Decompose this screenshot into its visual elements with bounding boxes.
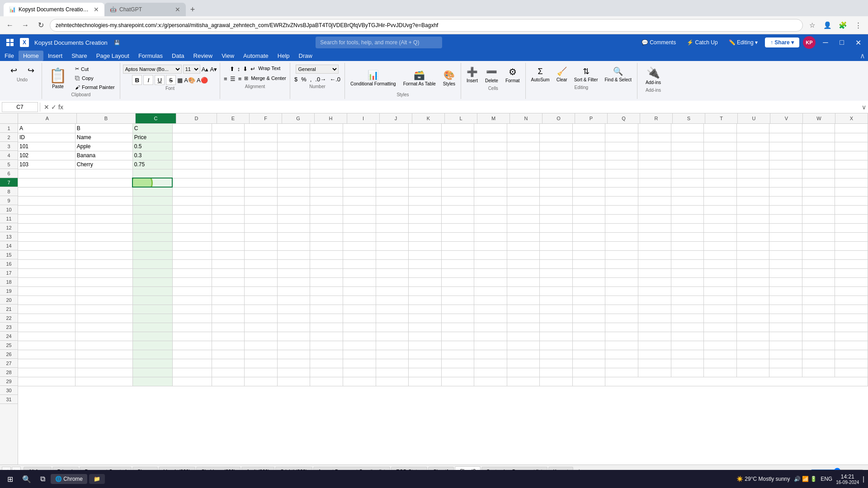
cell-B6[interactable]	[75, 169, 132, 178]
cell-O3[interactable]	[540, 142, 573, 151]
cell-T1[interactable]	[704, 124, 737, 133]
cell-Q5[interactable]	[605, 160, 638, 169]
browser-tab-excel[interactable]: 📊 Kopyst Documents Creation.xls... ✕	[4, 3, 104, 16]
cell-F5[interactable]	[245, 160, 278, 169]
cell-L1[interactable]	[441, 124, 474, 133]
cell-H4[interactable]	[310, 151, 343, 160]
cell-Q6[interactable]	[605, 169, 638, 178]
extensions-button[interactable]: 🧩	[836, 19, 849, 32]
row-header-17[interactable]: 17	[0, 268, 18, 277]
cell-O6[interactable]	[540, 169, 573, 178]
cell-P6[interactable]	[572, 169, 605, 178]
cell-A6[interactable]	[18, 169, 75, 178]
cell-N2[interactable]	[507, 133, 540, 142]
cell-I4[interactable]	[343, 151, 376, 160]
ribbon-collapse-button[interactable]: ∧	[860, 52, 865, 60]
cell-P4[interactable]	[572, 151, 605, 160]
cell-R5[interactable]	[638, 160, 671, 169]
formula-bar-expand[interactable]: ∨	[862, 103, 866, 111]
cell-G5[interactable]	[277, 160, 310, 169]
cell-A3[interactable]: 101	[18, 142, 75, 151]
cell-O5[interactable]	[540, 160, 573, 169]
refresh-button[interactable]: ↻	[34, 19, 47, 32]
cell-R4[interactable]	[638, 151, 671, 160]
cell-W2[interactable]	[802, 133, 835, 142]
row-header-31[interactable]: 31	[0, 395, 18, 404]
cell-O4[interactable]	[540, 151, 573, 160]
cell-C1[interactable]: C	[132, 124, 172, 133]
cell-B4[interactable]: Banana	[75, 151, 132, 160]
cell-reference-box[interactable]	[2, 102, 38, 112]
cell-A7[interactable]	[18, 178, 75, 187]
cell-O1[interactable]	[540, 124, 573, 133]
paste-button[interactable]: 📋 Paste	[45, 65, 71, 91]
windows-start-button[interactable]: ⊞	[4, 473, 17, 485]
apps-button[interactable]	[4, 36, 16, 49]
col-header-H[interactable]: H	[315, 113, 347, 123]
cell-B8[interactable]	[75, 187, 132, 196]
cell-F7[interactable]	[245, 178, 278, 187]
cell-H7[interactable]	[310, 178, 343, 187]
row-header-16[interactable]: 16	[0, 259, 18, 268]
menu-automate[interactable]: Automate	[239, 51, 273, 61]
search-taskbar-button[interactable]: 🔍	[19, 473, 35, 485]
cell-J2[interactable]	[376, 133, 409, 142]
cell-J6[interactable]	[376, 169, 409, 178]
row-header-4[interactable]: 4	[0, 151, 18, 160]
cell-V3[interactable]	[769, 142, 802, 151]
row-header-21[interactable]: 21	[0, 305, 18, 314]
cell-K2[interactable]	[409, 133, 442, 142]
cell-D1[interactable]	[172, 124, 212, 133]
cell-T3[interactable]	[704, 142, 737, 151]
cell-G4[interactable]	[277, 151, 310, 160]
row-header-25[interactable]: 25	[0, 341, 18, 350]
cell-T7[interactable]	[704, 178, 737, 187]
cell-P3[interactable]	[572, 142, 605, 151]
cell-P5[interactable]	[572, 160, 605, 169]
row-header-11[interactable]: 11	[0, 214, 18, 223]
menu-view[interactable]: View	[217, 51, 239, 61]
sort-filter-button[interactable]: ⇅ Sort & Filter	[571, 65, 601, 84]
task-view-button[interactable]: ⧉	[37, 473, 49, 485]
spreadsheet-grid[interactable]: A B C	[18, 124, 868, 386]
cell-A4[interactable]: 102	[18, 151, 75, 160]
cell-R6[interactable]	[638, 169, 671, 178]
cell-E6[interactable]	[212, 169, 245, 178]
cell-L2[interactable]	[441, 133, 474, 142]
cell-L5[interactable]	[441, 160, 474, 169]
row-header-3[interactable]: 3	[0, 142, 18, 151]
row-header-1[interactable]: 1	[0, 124, 18, 133]
cell-K6[interactable]	[409, 169, 442, 178]
cell-W1[interactable]	[802, 124, 835, 133]
menu-share[interactable]: Share	[67, 51, 92, 61]
cell-E5[interactable]	[212, 160, 245, 169]
cell-S1[interactable]	[671, 124, 704, 133]
number-format-select[interactable]: General	[296, 65, 339, 74]
col-header-F[interactable]: F	[250, 113, 282, 123]
row-header-10[interactable]: 10	[0, 205, 18, 214]
row-header-9[interactable]: 9	[0, 196, 18, 205]
cell-J4[interactable]	[376, 151, 409, 160]
cell-V4[interactable]	[769, 151, 802, 160]
editing-button[interactable]: ✏️ Editing ▾	[725, 38, 761, 47]
insert-button[interactable]: ➕ Insert	[464, 65, 481, 85]
cell-F3[interactable]	[245, 142, 278, 151]
cell-L6[interactable]	[441, 169, 474, 178]
row-header-22[interactable]: 22	[0, 314, 18, 323]
formula-input[interactable]	[67, 102, 860, 112]
align-middle-button[interactable]: ↕	[236, 65, 241, 73]
cell-S2[interactable]	[671, 133, 704, 142]
cell-B7[interactable]	[75, 178, 132, 187]
italic-button[interactable]: I	[143, 75, 153, 85]
redo-button[interactable]: ↪	[23, 65, 39, 76]
row-header-19[interactable]: 19	[0, 286, 18, 296]
cell-A1[interactable]: A	[18, 124, 75, 133]
cell-Q7[interactable]	[605, 178, 638, 187]
cell-W4[interactable]	[802, 151, 835, 160]
cell-J3[interactable]	[376, 142, 409, 151]
row-header-15[interactable]: 15	[0, 250, 18, 259]
cell-W3[interactable]	[802, 142, 835, 151]
cell-J7[interactable]	[376, 178, 409, 187]
cell-I7[interactable]	[343, 178, 376, 187]
show-desktop-button[interactable]: |	[863, 475, 864, 483]
